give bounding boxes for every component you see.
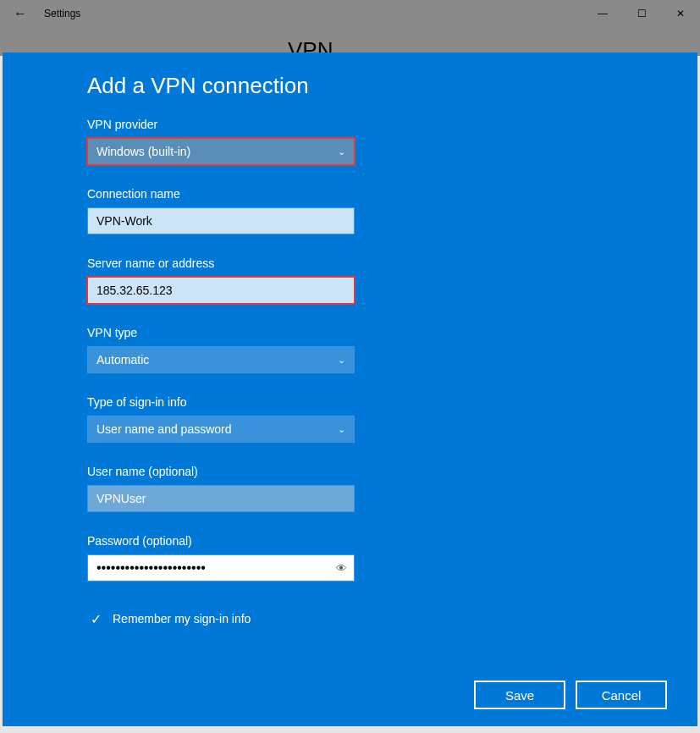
background-band [0,27,700,56]
vpn-type-dropdown[interactable]: Automatic ⌄ [87,346,355,373]
connection-name-input-wrap [87,207,355,234]
vpn-provider-label: VPN provider [87,118,670,131]
save-button[interactable]: Save [474,681,565,709]
connection-name-field: Connection name [87,187,670,234]
username-input-wrap [87,485,355,512]
password-label: Password (optional) [87,534,670,548]
window-buttons: — ☐ ✕ [583,0,700,27]
server-address-input[interactable] [96,278,345,303]
chevron-down-icon: ⌄ [338,146,345,157]
settings-window: ← Settings — ☐ ✕ VPN Add a VPN connectio… [0,0,700,733]
connection-name-label: Connection name [87,187,670,201]
back-button[interactable]: ← [0,0,41,27]
vpn-type-field: VPN type Automatic ⌄ [87,326,670,373]
window-title: Settings [41,8,80,19]
cancel-button[interactable]: Cancel [576,681,667,709]
close-button[interactable]: ✕ [661,0,700,27]
add-vpn-dialog: Add a VPN connection VPN provider Window… [3,52,697,726]
password-input-wrap: 👁 [87,554,355,581]
minimize-button[interactable]: — [583,0,622,27]
back-arrow-icon: ← [14,6,27,21]
dialog-title: Add a VPN connection [87,73,670,99]
signin-type-dropdown[interactable]: User name and password ⌄ [87,416,355,443]
maximize-button[interactable]: ☐ [622,0,661,27]
vpn-type-value: Automatic [96,353,149,366]
password-input[interactable] [96,555,345,581]
server-address-label: Server name or address [87,256,670,270]
checkmark-icon: ✓ [87,610,104,627]
titlebar: ← Settings — ☐ ✕ [0,0,700,27]
signin-type-label: Type of sign-in info [87,395,670,409]
username-field: User name (optional) [87,465,670,512]
signin-type-value: User name and password [96,422,232,436]
signin-type-field: Type of sign-in info User name and passw… [87,395,670,443]
vpn-provider-field: VPN provider Windows (built-in) ⌄ [87,118,670,165]
chevron-down-icon: ⌄ [338,424,345,435]
remember-signin-label: Remember my sign-in info [113,612,251,626]
chevron-down-icon: ⌄ [338,355,345,366]
server-address-field: Server name or address [87,256,670,304]
vpn-provider-dropdown[interactable]: Windows (built-in) ⌄ [87,138,355,165]
remember-signin-checkbox[interactable]: ✓ Remember my sign-in info [87,610,670,627]
password-field: Password (optional) 👁 [87,534,670,581]
vpn-provider-value: Windows (built-in) [96,145,190,158]
username-label: User name (optional) [87,465,670,478]
connection-name-input[interactable] [96,208,345,234]
username-input[interactable] [96,486,345,511]
server-address-input-wrap [87,277,355,304]
dialog-buttons: Save Cancel [87,681,670,709]
vpn-type-label: VPN type [87,326,670,339]
